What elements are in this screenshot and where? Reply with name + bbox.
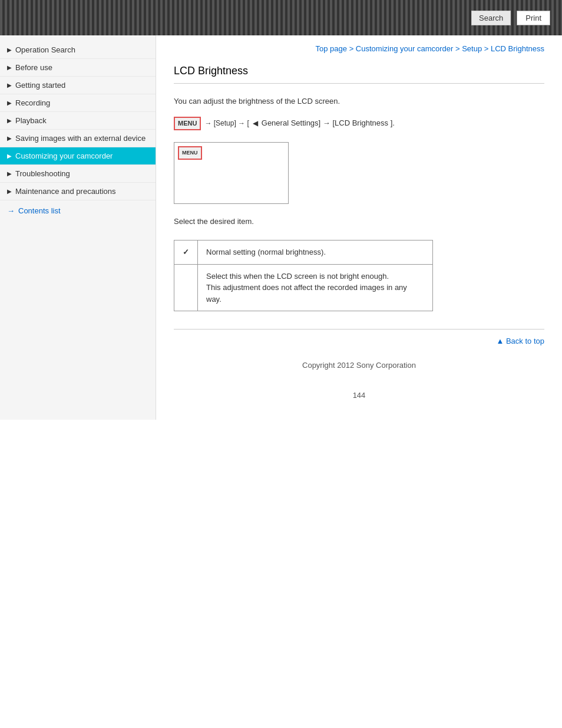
table-row: ✓ Normal setting (normal brightness). [174, 241, 433, 265]
sidebar-item-label: Getting started [15, 81, 65, 90]
option2-line2: This adjustment does not affect the reco… [206, 283, 407, 304]
arrow-icon: ▶ [7, 188, 12, 195]
arrow-icon: ▶ [7, 153, 12, 159]
arrow-icon: ▶ [7, 100, 12, 106]
sidebar-item-label: Troubleshooting [15, 169, 70, 178]
contents-list-arrow-icon: → [7, 206, 15, 215]
contents-list-link[interactable]: → Contents list [0, 200, 156, 221]
main-layout: ▶ Operation Search ▶ Before use ▶ Gettin… [0, 35, 562, 420]
arrow-icon: ▶ [7, 135, 12, 141]
menu-screenshot: MENU [174, 142, 289, 204]
sidebar-item-customizing[interactable]: ▶ Customizing your camcorder [0, 147, 156, 165]
arrow-icon: ▶ [7, 170, 12, 177]
breadcrumb-current: LCD Brightness [491, 44, 544, 53]
sidebar-item-operation-search[interactable]: ▶ Operation Search [0, 41, 156, 59]
arrow-icon: ▶ [7, 47, 12, 53]
copyright-text: Copyright 2012 Sony Corporation [302, 361, 416, 370]
back-to-top-link[interactable]: Back to top [496, 337, 544, 345]
sidebar-item-label: Maintenance and precautions [15, 187, 116, 196]
sidebar: ▶ Operation Search ▶ Before use ▶ Gettin… [0, 35, 156, 420]
sidebar-item-label: Saving images with an external device [15, 134, 146, 143]
sidebar-item-maintenance[interactable]: ▶ Maintenance and precautions [0, 183, 156, 200]
contents-list-label: Contents list [18, 206, 61, 215]
breadcrumb: Top page > Customizing your camcorder > … [174, 44, 544, 53]
sidebar-item-saving-images[interactable]: ▶ Saving images with an external device [0, 130, 156, 147]
sidebar-item-label: Operation Search [15, 45, 75, 54]
menu-button-label: MENU [174, 117, 201, 131]
select-instruction-text: Select the desired item. [174, 217, 254, 226]
content-body: You can adjust the brightness of the LCD… [174, 95, 544, 402]
sidebar-item-troubleshooting[interactable]: ▶ Troubleshooting [0, 165, 156, 183]
search-button[interactable]: Search [471, 11, 511, 25]
option2-line1: Select this when the LCD screen is not b… [206, 272, 389, 281]
sidebar-item-playback[interactable]: ▶ Playback [0, 112, 156, 130]
instruction-arrow1: → [Setup] → [ [204, 118, 249, 129]
arrow-icon: ▶ [7, 64, 12, 71]
arrow-icon: ▶ [7, 117, 12, 124]
breadcrumb-top-page[interactable]: Top page [316, 44, 348, 53]
description-text: You can adjust the brightness of the LCD… [174, 97, 340, 106]
menu-instruction: MENU → [Setup] → [◀General Settings] → [… [174, 117, 544, 131]
print-button[interactable]: Print [517, 11, 550, 25]
sidebar-item-recording[interactable]: ▶ Recording [0, 94, 156, 112]
sidebar-item-before-use[interactable]: ▶ Before use [0, 59, 156, 77]
checkmark-cell: ✓ [174, 241, 198, 265]
menu-screenshot-label: MENU [178, 146, 202, 159]
page-number: 144 [174, 390, 544, 402]
main-content: Top page > Customizing your camcorder > … [156, 35, 562, 420]
back-to-top-area: Back to top [174, 329, 544, 348]
sidebar-item-label: Recording [15, 98, 50, 107]
breadcrumb-customizing[interactable]: Customizing your camcorder [356, 44, 453, 53]
sidebar-item-label: Before use [15, 63, 52, 72]
options-table: ✓ Normal setting (normal brightness). Se… [174, 240, 433, 311]
sidebar-item-label: Playback [15, 116, 47, 125]
option2-text: Select this when the LCD screen is not b… [198, 264, 433, 311]
page-title-area: LCD Brightness [174, 65, 544, 84]
arrow-icon: ▶ [7, 82, 12, 88]
header: Search Print [0, 0, 562, 35]
option1-text: Normal setting (normal brightness). [198, 241, 433, 265]
page-title: LCD Brightness [174, 65, 544, 77]
instruction-text: General Settings] → [LCD Brightness ]. [262, 117, 395, 130]
settings-icon: ◀ [253, 118, 258, 129]
select-instruction: Select the desired item. [174, 216, 544, 228]
content-description: You can adjust the brightness of the LCD… [174, 95, 544, 108]
breadcrumb-setup[interactable]: Setup [462, 44, 482, 53]
sidebar-item-label: Customizing your camcorder [15, 151, 113, 160]
table-row: Select this when the LCD screen is not b… [174, 264, 433, 311]
footer: Copyright 2012 Sony Corporation [174, 360, 544, 384]
sidebar-item-getting-started[interactable]: ▶ Getting started [0, 77, 156, 94]
empty-cell [174, 264, 198, 311]
